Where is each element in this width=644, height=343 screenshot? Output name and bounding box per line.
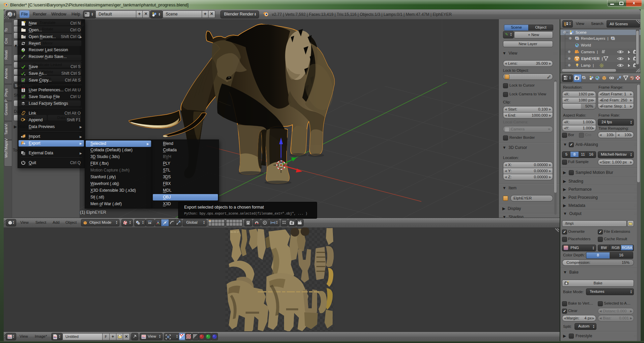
svg-text:(1) ElphEYER: (1) ElphEYER	[80, 210, 106, 215]
svg-text:08.09.17: 08.09.17	[230, 231, 239, 233]
